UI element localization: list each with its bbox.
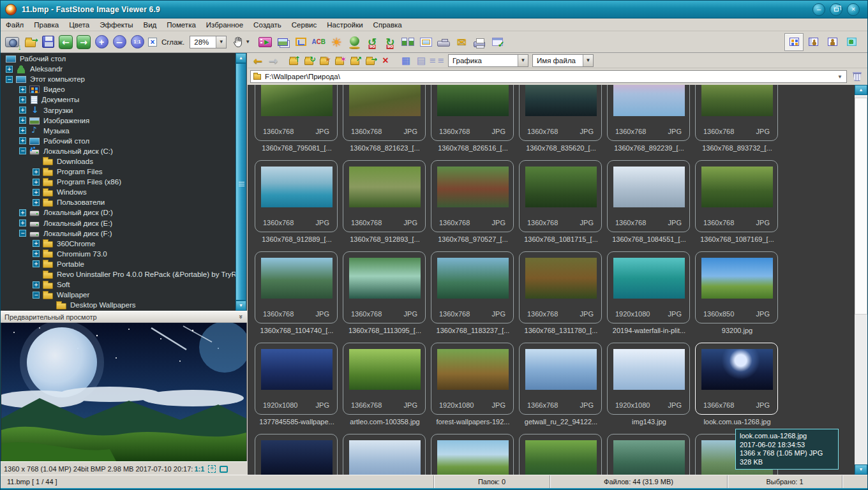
thumbnail-image[interactable]	[525, 258, 597, 299]
thumbnail-card[interactable]: 868x490 JPG 1360x768_835620_[...	[519, 85, 602, 141]
thumbnail-image[interactable]	[437, 167, 509, 207]
tree-toggle[interactable]	[19, 209, 26, 216]
thumbnail-card[interactable]: 1920x1080 JPG 1377845585-wallpape...	[255, 343, 338, 415]
thumbnail-card[interactable]: 868x490 JPG 1360x768_1084551_[...	[607, 160, 690, 232]
preview-image[interactable]	[1, 323, 246, 461]
thumbnail-card[interactable]: 868x490 JPG 1360x768_893732_[...	[695, 85, 778, 141]
tree-item[interactable]: Windows	[1, 187, 236, 197]
tree-toggle[interactable]	[33, 199, 40, 206]
rotate-right-button[interactable]: ↻90	[381, 33, 399, 51]
tree-item[interactable]: Локальный диск (D:)	[1, 207, 236, 218]
tree-toggle[interactable]	[19, 127, 26, 134]
thumbnail-image[interactable]	[261, 85, 333, 116]
tree-toggle[interactable]	[19, 219, 26, 226]
thumbnail-image[interactable]	[261, 167, 333, 207]
print-button[interactable]	[470, 33, 488, 51]
thumbnail-scrollbar-thumb[interactable]	[855, 98, 867, 315]
menu-file[interactable]: Файл	[1, 20, 29, 30]
zoom-in-button[interactable]: +	[93, 33, 110, 51]
thumbnail-image[interactable]	[613, 349, 685, 390]
favorite-folder-button[interactable]: ★	[317, 54, 332, 68]
copy-to-folder-button[interactable]: →	[363, 54, 378, 68]
back-button[interactable]: ←	[250, 54, 266, 68]
tree-item[interactable]: Пользователи	[1, 197, 236, 207]
thumbnail-image[interactable]	[261, 349, 333, 390]
thumbnail-card[interactable]: 868x490 JPG 1360x768_912889_[...	[255, 160, 338, 232]
thumbnail-card[interactable]: 1366x768 JPG artleo.com-100358.jpg	[343, 343, 426, 415]
delete-button[interactable]: ×	[378, 54, 393, 68]
menu-view[interactable]: Вид	[138, 20, 161, 30]
hand-dropdown-arrow[interactable]: ▼	[245, 39, 250, 45]
thumbnail-image[interactable]	[525, 167, 597, 207]
thumbnail-image[interactable]	[525, 440, 597, 475]
tree-item[interactable]: Локальный диск (E:)	[1, 218, 236, 228]
thumbnail-card[interactable]: 868x490 JPG 1360x768_1113095_[...	[343, 251, 426, 323]
detail-view-button[interactable]: ▤	[414, 54, 429, 68]
thumbnail-image[interactable]	[437, 440, 509, 475]
thumbnail-image[interactable]	[613, 85, 685, 116]
sort-dropdown-arrow[interactable]: ▼	[583, 55, 593, 66]
tree-item[interactable]: Chromium 73.0	[1, 249, 236, 259]
rename-button[interactable]: ACB	[310, 33, 327, 51]
thumbnail-scrollbar[interactable]: ▲ ▼	[855, 85, 867, 475]
viewer-strip-mode-button[interactable]	[804, 33, 823, 51]
thumbnail-image[interactable]	[613, 167, 685, 207]
thumbnail-card[interactable]	[519, 434, 602, 475]
tree-toggle[interactable]	[33, 179, 40, 186]
menu-tag[interactable]: Пометка	[161, 20, 201, 30]
email-button[interactable]: ✉	[453, 33, 470, 51]
thumbnail-image[interactable]	[525, 349, 597, 390]
thumbnail-card[interactable]: 868x490 JPG 1360x768_826516_[...	[431, 85, 514, 141]
tree-toggle[interactable]	[19, 86, 26, 93]
viewer-full-mode-button[interactable]	[823, 33, 842, 51]
thumbnail-card[interactable]: 868x490 JPG 1360x768_1104740_[...	[255, 251, 338, 323]
tree-item[interactable]: Wallpaper	[1, 290, 236, 300]
restore-button[interactable]	[830, 3, 842, 16]
thumbnail-image[interactable]	[261, 258, 333, 299]
collapse-chevron-icon[interactable]: »	[237, 315, 245, 319]
thumbnail-card[interactable]: 868x490 JPG 1360x768_1183237_[...	[431, 251, 514, 323]
actual-size-button[interactable]: 1:1	[128, 33, 146, 51]
thumbnail-image[interactable]	[701, 349, 773, 390]
adjust-lighting-button[interactable]: ☀	[327, 33, 345, 51]
open-folder-button[interactable]: →	[21, 33, 39, 51]
tree-item[interactable]: Загрузки	[1, 105, 236, 115]
menu-settings[interactable]: Настройки	[322, 20, 368, 30]
tree-toggle[interactable]	[33, 260, 40, 267]
thumbnail-image[interactable]	[349, 258, 421, 299]
sort-order-select[interactable]: Имя файла ▼	[532, 54, 594, 67]
tree-item[interactable]: Program Files	[1, 167, 236, 177]
tree-item[interactable]: Downloads	[1, 156, 236, 167]
tree-item[interactable]: 360Chrome	[1, 239, 236, 249]
thumbnail-card[interactable]: 1366x768 JPG look.com.ua-1268.jpg	[695, 343, 778, 415]
tree-item[interactable]: Этот компьютер	[1, 74, 236, 84]
thumbnail-card[interactable]: 868x490 JPG 1360x768_795081_[...	[255, 85, 338, 141]
tree-toggle[interactable]	[33, 240, 40, 247]
thumbnail-card[interactable]	[431, 434, 514, 475]
frame-tool-icon[interactable]	[220, 466, 228, 473]
browse-mode-button[interactable]	[784, 33, 804, 51]
minimize-button[interactable]: –	[812, 3, 825, 16]
tree-toggle[interactable]	[19, 230, 26, 237]
tree-item[interactable]: Рабочий стол	[1, 136, 236, 146]
tree-item[interactable]: Документы	[1, 94, 236, 105]
thumbnail-card[interactable]: 1360x850 JPG 93200.jpg	[695, 251, 778, 323]
menu-tools[interactable]: Сервис	[287, 20, 322, 30]
tree-item[interactable]: Локальный диск (C:)	[1, 146, 236, 156]
tree-item[interactable]: Revo Uninstaller Pro 4.0.0 RePack (&Port…	[1, 269, 236, 279]
menu-edit[interactable]: Правка	[29, 20, 64, 30]
zoom-select[interactable]: 28% ▼	[190, 36, 227, 48]
thumbnail-image[interactable]	[701, 258, 773, 299]
tree-item[interactable]: Музыка	[1, 126, 236, 136]
category-dropdown-arrow[interactable]: ▼	[518, 55, 528, 66]
thumbnail-image[interactable]	[613, 258, 685, 299]
tree-toggle[interactable]	[19, 147, 26, 154]
thumbnail-card[interactable]	[607, 434, 690, 475]
thumbnail-card[interactable]: 1920x1080 JPG img143.jpg	[607, 343, 690, 415]
thumbnail-card[interactable]: 868x490 JPG 1360x768_1081715_[...	[519, 160, 602, 232]
thumbnail-image[interactable]	[613, 440, 685, 475]
tree-toggle[interactable]	[19, 107, 26, 114]
crop-button[interactable]	[292, 33, 310, 51]
move-to-folder-button[interactable]: ↗	[347, 54, 363, 68]
scroll-down-icon[interactable]: ▼	[236, 301, 246, 311]
